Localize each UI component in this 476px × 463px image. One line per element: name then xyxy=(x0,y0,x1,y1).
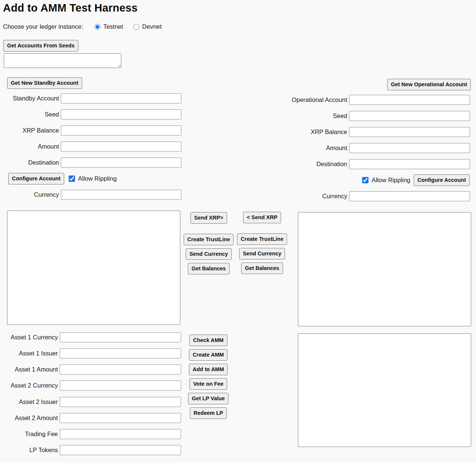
get-accounts-from-seeds-button[interactable]: Get Accounts From Seeds xyxy=(3,40,78,52)
ledger-instance-row: Choose your ledger instance: Testnet Dev… xyxy=(3,23,162,30)
standby-amount-label: Amount xyxy=(38,143,61,150)
standby-account-row: Standby Account xyxy=(13,93,181,103)
add-to-amm-button[interactable]: Add to AMM xyxy=(189,364,228,375)
standby-currency-row: Currency xyxy=(34,190,181,200)
devnet-radio[interactable] xyxy=(133,24,139,30)
operational-destination-row: Destination xyxy=(316,159,470,169)
send-xrp-to-operational-button[interactable]: Send XRP> xyxy=(190,212,227,224)
operational-currency-label: Currency xyxy=(322,193,349,200)
operational-results-textarea[interactable] xyxy=(298,212,471,326)
send-xrp-to-standby-button[interactable]: < Send XRP xyxy=(243,212,281,223)
asset1-amount-row: Asset 1 Amount xyxy=(15,364,181,375)
send-currency-standby-button[interactable]: Send Currency xyxy=(186,248,231,260)
standby-xrp-balance-field[interactable] xyxy=(61,125,181,136)
lp-tokens-row: LP Tokens xyxy=(29,445,181,455)
seeds-textarea[interactable] xyxy=(4,53,121,68)
create-trustline-standby-button[interactable]: Create TrustLine xyxy=(184,234,234,245)
operational-configure-account-button[interactable]: Configure Account xyxy=(414,174,470,186)
standby-seed-label: Seed xyxy=(44,111,61,118)
send-currency-operational-button[interactable]: Send Currency xyxy=(239,248,285,260)
get-balances-operational-button[interactable]: Get Balances xyxy=(241,262,283,274)
standby-currency-field[interactable] xyxy=(61,190,181,200)
operational-currency-row: Currency xyxy=(322,191,470,201)
testnet-radio[interactable] xyxy=(94,24,100,30)
trading-fee-label: Trading Fee xyxy=(25,431,60,438)
standby-seed-field[interactable] xyxy=(61,109,181,119)
vote-on-fee-button[interactable]: Vote on Fee xyxy=(189,378,227,390)
asset1-amount-field[interactable] xyxy=(60,364,181,375)
standby-xrp-balance-label: XRP Balance xyxy=(22,127,61,134)
asset1-amount-label: Asset 1 Amount xyxy=(15,366,60,373)
operational-destination-field[interactable] xyxy=(349,159,470,169)
check-amm-button[interactable]: Check AMM xyxy=(189,335,227,346)
operational-xrp-balance-row: XRP Balance xyxy=(311,127,470,137)
create-trustline-operational-button[interactable]: Create TrustLine xyxy=(237,233,287,245)
operational-amount-field[interactable] xyxy=(349,143,470,153)
operational-destination-label: Destination xyxy=(316,161,349,168)
asset1-currency-label: Asset 1 Currency xyxy=(10,334,60,341)
standby-account-label: Standby Account xyxy=(13,95,61,102)
get-balances-standby-button[interactable]: Get Balances xyxy=(188,263,230,274)
standby-seed-row: Seed xyxy=(44,109,181,119)
asset2-amount-field[interactable] xyxy=(60,413,181,423)
standby-account-field[interactable] xyxy=(61,93,181,103)
operational-allow-rippling-checkbox[interactable] xyxy=(362,177,368,183)
asset1-issuer-label: Asset 1 Issuer xyxy=(19,350,60,357)
operational-amount-row: Amount xyxy=(326,143,470,153)
operational-seed-row: Seed xyxy=(333,111,470,121)
lp-tokens-field[interactable] xyxy=(60,445,181,455)
trading-fee-field[interactable] xyxy=(60,429,181,439)
standby-allow-rippling-checkbox[interactable] xyxy=(69,175,75,182)
ledger-instance-label: Choose your ledger instance: xyxy=(3,23,83,30)
standby-amount-field[interactable] xyxy=(61,142,181,152)
operational-amount-label: Amount xyxy=(326,145,349,152)
asset1-currency-field[interactable] xyxy=(60,332,181,342)
standby-amount-row: Amount xyxy=(38,142,181,152)
asset2-issuer-field[interactable] xyxy=(60,397,181,407)
standby-results-textarea[interactable] xyxy=(7,211,180,325)
trading-fee-row: Trading Fee xyxy=(25,429,181,439)
operational-xrp-balance-label: XRP Balance xyxy=(311,128,349,136)
asset1-currency-row: Asset 1 Currency xyxy=(10,332,181,342)
operational-account-field[interactable] xyxy=(349,95,470,105)
amm-test-harness-page: Add to AMM Test Harness Choose your ledg… xyxy=(0,0,476,463)
standby-configure-account-button[interactable]: Configure Account xyxy=(8,173,64,184)
asset1-issuer-field[interactable] xyxy=(60,348,181,358)
operational-seed-field[interactable] xyxy=(349,111,470,121)
testnet-radio-group[interactable]: Testnet xyxy=(94,23,123,30)
get-new-standby-account-button[interactable]: Get New Standby Account xyxy=(7,77,82,89)
standby-destination-label: Destination xyxy=(28,159,61,166)
asset2-amount-label: Asset 2 Amount xyxy=(15,414,60,422)
devnet-radio-group[interactable]: Devnet xyxy=(133,23,162,30)
amm-results-textarea[interactable] xyxy=(298,333,471,447)
operational-allow-rippling-label: Allow Rippling xyxy=(371,177,410,184)
asset2-currency-row: Asset 2 Currency xyxy=(10,380,181,391)
asset2-issuer-row: Asset 2 Issuer xyxy=(19,397,181,407)
standby-allow-rippling-group[interactable]: Allow Rippling xyxy=(69,175,117,182)
operational-allow-rippling-group[interactable]: Allow Rippling xyxy=(362,177,410,184)
standby-allow-rippling-label: Allow Rippling xyxy=(78,175,117,182)
redeem-lp-button[interactable]: Redeem LP xyxy=(190,407,227,419)
asset2-amount-row: Asset 2 Amount xyxy=(15,413,181,423)
lp-tokens-label: LP Tokens xyxy=(29,447,60,454)
operational-account-label: Operational Account xyxy=(292,96,349,103)
devnet-label: Devnet xyxy=(142,23,162,30)
operational-currency-field[interactable] xyxy=(349,191,470,201)
operational-seed-label: Seed xyxy=(333,112,349,119)
asset2-currency-field[interactable] xyxy=(60,380,181,391)
operational-configure-row: Allow Rippling Configure Account xyxy=(362,174,470,186)
asset2-issuer-label: Asset 2 Issuer xyxy=(19,398,60,405)
asset2-currency-label: Asset 2 Currency xyxy=(10,382,60,389)
get-new-operational-account-button[interactable]: Get New Operational Account xyxy=(387,79,471,90)
standby-destination-field[interactable] xyxy=(61,158,181,168)
get-lp-value-button[interactable]: Get LP Value xyxy=(188,393,228,404)
standby-currency-label: Currency xyxy=(34,191,61,198)
asset1-issuer-row: Asset 1 Issuer xyxy=(19,348,181,358)
testnet-label: Testnet xyxy=(103,23,123,30)
operational-account-row: Operational Account xyxy=(292,95,470,105)
operational-xrp-balance-field[interactable] xyxy=(349,127,470,137)
standby-destination-row: Destination xyxy=(28,158,181,168)
standby-xrp-balance-row: XRP Balance xyxy=(22,125,181,136)
standby-configure-row: Configure Account Allow Rippling xyxy=(8,173,117,184)
create-amm-button[interactable]: Create AMM xyxy=(189,349,227,361)
